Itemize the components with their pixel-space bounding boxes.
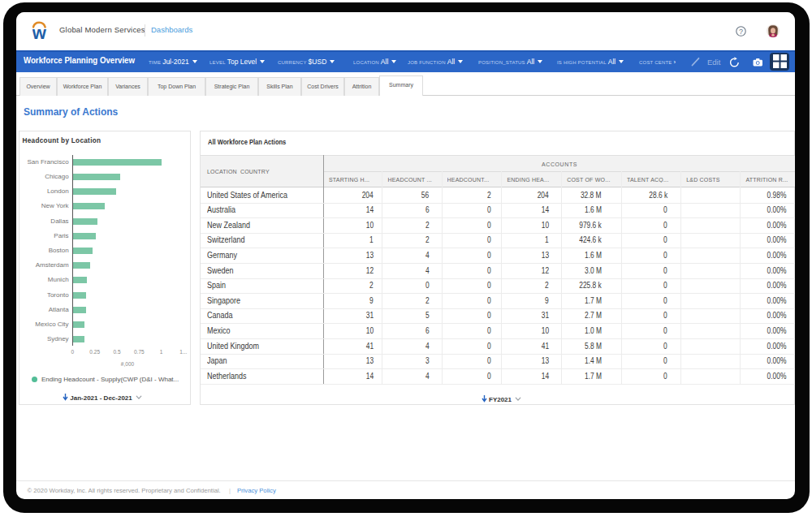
svg-text:w: w bbox=[32, 23, 47, 41]
svg-text:?: ? bbox=[739, 28, 743, 36]
svg-text:Edit: Edit bbox=[707, 58, 721, 67]
